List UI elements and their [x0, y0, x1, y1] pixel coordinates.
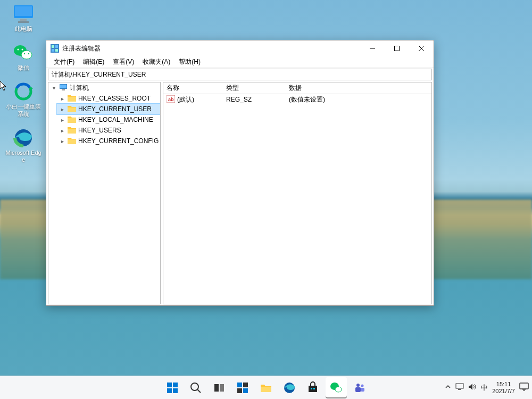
svg-point-53 — [361, 384, 364, 387]
taskbar-wechat[interactable] — [326, 377, 347, 398]
svg-rect-24 — [60, 85, 66, 88]
tree-pane[interactable]: ▾ 计算机 ▸HKEY_CLASSES_ROOT▸HKEY_CURRENT_US… — [48, 82, 161, 304]
maximize-button[interactable] — [385, 40, 409, 56]
desktop-icon-label: Microsoft Edge — [4, 149, 43, 163]
close-button[interactable] — [409, 40, 434, 56]
store-icon — [306, 381, 319, 394]
taskbar-teams[interactable] — [349, 377, 370, 398]
taskbar-widgets[interactable] — [232, 377, 253, 398]
svg-rect-18 — [55, 49, 58, 52]
svg-rect-40 — [220, 384, 224, 392]
menu-view[interactable]: 查看(V) — [109, 56, 138, 68]
tray-notifications-icon[interactable] — [519, 383, 529, 393]
windows-icon — [166, 381, 179, 394]
svg-line-38 — [197, 389, 201, 393]
chevron-right-icon: ▸ — [59, 117, 65, 123]
value-data: (数值未设置) — [286, 94, 431, 105]
svg-rect-44 — [243, 388, 248, 393]
registry-editor-window: 注册表编辑器 文件(F) 编辑(E) 查看(V) 收藏夹(A) 帮助(H) 计算… — [46, 40, 434, 306]
folder-icon — [65, 126, 78, 135]
svg-text:ab: ab — [168, 97, 174, 102]
desktop-icon-this-pc[interactable]: 此电脑 — [4, 4, 43, 32]
svg-rect-17 — [52, 49, 54, 52]
tray-volume-icon[interactable] — [468, 383, 477, 392]
edge-icon — [13, 128, 34, 147]
svg-point-37 — [191, 383, 198, 390]
tray-chevron-up-icon[interactable] — [445, 384, 451, 392]
taskbar-date: 2021/7/7 — [492, 388, 515, 394]
desktop-icon-edge[interactable]: Microsoft Edge — [4, 128, 43, 163]
desktop-icon-label: 小白一键重装系统 — [4, 103, 43, 117]
folder-icon — [65, 115, 78, 124]
menu-file[interactable]: 文件(F) — [49, 56, 79, 68]
svg-rect-28 — [68, 118, 76, 123]
chevron-right-icon: ▸ — [59, 106, 65, 112]
taskbar-clock[interactable]: 15:11 2021/7/7 — [492, 381, 515, 394]
svg-rect-56 — [456, 384, 463, 388]
task-view-icon — [213, 381, 226, 394]
svg-rect-33 — [167, 383, 172, 387]
wechat-icon — [13, 43, 34, 62]
menu-favorites[interactable]: 收藏夹(A) — [138, 56, 174, 68]
svg-rect-34 — [173, 383, 178, 387]
tree-node-label: HKEY_CURRENT_CONFIG — [78, 137, 159, 145]
svg-point-7 — [22, 49, 23, 51]
svg-point-5 — [21, 51, 32, 59]
column-type[interactable]: 类型 — [223, 82, 286, 94]
tray-ime[interactable]: 中 — [481, 383, 488, 393]
desktop-icons-area: 此电脑 微信 小白一键重装系统 Microsoft Edge — [4, 4, 47, 174]
titlebar[interactable]: 注册表编辑器 — [46, 40, 434, 56]
svg-point-51 — [335, 387, 342, 392]
taskbar-store[interactable] — [302, 377, 323, 398]
tree-node[interactable]: ▸HKEY_CURRENT_CONFIG — [57, 136, 160, 146]
svg-rect-55 — [361, 388, 364, 392]
svg-point-8 — [24, 53, 25, 54]
minimize-button[interactable] — [360, 40, 385, 56]
value-type: REG_SZ — [223, 95, 286, 104]
taskbar-edge[interactable] — [279, 377, 300, 398]
teams-icon — [353, 381, 366, 394]
start-button[interactable] — [162, 377, 183, 398]
taskbar: 中 15:11 2021/7/7 — [0, 376, 532, 399]
search-button[interactable] — [185, 377, 206, 398]
menu-help[interactable]: 帮助(H) — [174, 56, 205, 68]
wechat-icon — [330, 381, 343, 394]
tree-root[interactable]: ▾ 计算机 — [48, 82, 160, 93]
folder-icon — [65, 137, 78, 146]
menu-edit[interactable]: 编辑(E) — [79, 56, 109, 68]
address-bar[interactable]: 计算机\HKEY_CURRENT_USER — [48, 69, 432, 80]
svg-rect-30 — [68, 139, 76, 144]
svg-point-6 — [18, 49, 19, 51]
svg-rect-41 — [237, 383, 242, 387]
svg-rect-15 — [52, 45, 54, 48]
folder-icon — [65, 105, 78, 114]
tree-node-label: HKEY_CLASSES_ROOT — [78, 95, 151, 102]
svg-rect-3 — [18, 21, 29, 23]
chevron-right-icon: ▸ — [59, 138, 65, 144]
column-data[interactable]: 数据 — [286, 82, 431, 94]
widgets-icon — [236, 381, 249, 394]
mouse-cursor — [0, 81, 7, 92]
window-title: 注册表编辑器 — [62, 44, 360, 53]
tree-node[interactable]: ▸HKEY_LOCAL_MACHINE — [57, 114, 160, 125]
svg-rect-36 — [173, 388, 178, 393]
column-name[interactable]: 名称 — [163, 82, 223, 94]
svg-rect-25 — [62, 89, 65, 90]
svg-rect-58 — [520, 383, 528, 389]
svg-point-52 — [356, 384, 360, 387]
list-row[interactable]: ab(默认)REG_SZ(数值未设置) — [163, 94, 431, 105]
edge-icon — [283, 381, 296, 394]
tree-node[interactable]: ▸HKEY_CLASSES_ROOT — [57, 93, 160, 104]
tree-node[interactable]: ▸HKEY_CURRENT_USER — [57, 104, 160, 114]
folder-icon — [260, 381, 272, 394]
desktop-icon-wechat[interactable]: 微信 — [4, 43, 43, 71]
tree-node-label: HKEY_USERS — [78, 127, 121, 134]
taskbar-explorer[interactable] — [255, 377, 277, 398]
svg-rect-54 — [355, 387, 361, 392]
task-view-button[interactable] — [209, 377, 230, 398]
tree-node[interactable]: ▸HKEY_USERS — [57, 125, 160, 136]
desktop-icon-xiaobai[interactable]: 小白一键重装系统 — [4, 82, 43, 117]
tray-network-icon[interactable] — [455, 383, 464, 392]
list-pane[interactable]: 名称 类型 数据 ab(默认)REG_SZ(数值未设置) — [163, 82, 432, 304]
value-name: (默认) — [177, 95, 194, 104]
